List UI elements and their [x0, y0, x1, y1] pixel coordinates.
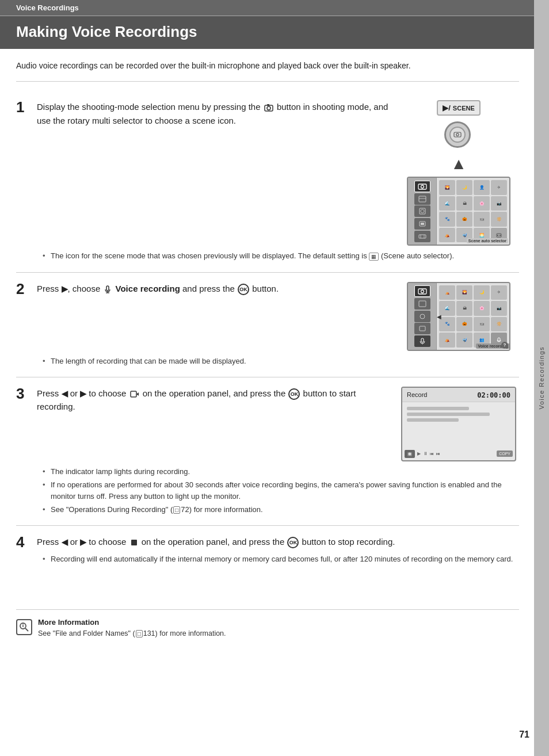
ok-button-icon: OK — [238, 284, 249, 295]
svg-rect-12 — [421, 223, 424, 225]
more-info-section: More Information See "File and Folder Na… — [16, 609, 519, 639]
svg-line-36 — [25, 628, 28, 631]
step-4-number: 4 — [16, 534, 37, 551]
step-3-bullet-1: The indicator lamp lights during recordi… — [43, 466, 519, 478]
more-info-icon — [16, 619, 32, 635]
help-badge: ? — [501, 342, 508, 349]
step-1-screen: 🌄 🌙 👤 ✈ 🌊 🏔 🌸 📷 🐾 🎃 — [407, 177, 510, 246]
record-label: Record — [407, 391, 427, 399]
svg-rect-2 — [267, 104, 269, 106]
voice-recording-label: Voice recording — [116, 284, 180, 293]
scene-label: Scene auto selector — [467, 238, 508, 243]
mode-icon-s2 — [418, 300, 426, 307]
stop-icon — [130, 539, 138, 547]
step-3-instruction: Press ◀ or ▶ to choose on the operation … — [37, 387, 389, 414]
intro-text: Audio voice recordings can be recorded o… — [16, 59, 519, 82]
record-icon — [130, 390, 139, 399]
step-1-bullet-1: The icon for the scene mode that was cho… — [43, 250, 519, 262]
svg-point-25 — [420, 314, 425, 319]
svg-point-38 — [22, 624, 24, 625]
mode-icon-2 — [418, 196, 426, 203]
record-controls: ▶ ⏸ ⏮ ⏭ COPY — [405, 450, 513, 458]
step-2-image: ◀ ⛺ 🌄 🌙 ✈ 🌊 🏔 🌸 📷 🐾 — [398, 282, 519, 351]
mode-icon-4 — [418, 220, 426, 227]
svg-rect-27 — [421, 338, 424, 342]
svg-rect-3 — [454, 132, 461, 137]
step-3-number: 3 — [16, 385, 37, 402]
svg-rect-9 — [420, 208, 425, 214]
svg-point-6 — [421, 185, 424, 188]
record-bar-1 — [407, 407, 469, 410]
magnifier-icon — [19, 622, 29, 632]
rew-icon: ⏮ — [430, 452, 434, 456]
scene-auto-icon — [496, 232, 502, 238]
step4-right-arrow-icon: ▶ — [80, 537, 86, 547]
copy-label: COPY — [497, 450, 513, 457]
svg-point-4 — [456, 133, 459, 136]
record-bars — [402, 402, 515, 426]
svg-point-33 — [409, 452, 411, 455]
svg-rect-24 — [419, 301, 426, 307]
step-1-image: ▶/SCENE — [398, 100, 519, 246]
step-1-instruction: Display the shooting-mode selection menu… — [37, 100, 389, 127]
record-bar-2 — [407, 413, 490, 416]
step-3-image: Record 02:00:00 — [398, 387, 519, 461]
record-header: Record 02:00:00 — [402, 388, 515, 402]
step-4-bullet-1: Recording will end automatically if the … — [43, 553, 519, 565]
mode-icon-s5-mic — [418, 338, 426, 345]
step-3-bullet-3: See "Operations During Recording" (□72) … — [43, 504, 519, 516]
mic-small-icon — [496, 337, 502, 343]
svg-rect-17 — [497, 235, 498, 236]
mode-icon-1 — [418, 183, 427, 190]
microphone-icon — [104, 285, 112, 293]
svg-rect-29 — [498, 338, 500, 341]
step-1-bullets: The icon for the scene mode that was cho… — [37, 250, 519, 262]
svg-rect-18 — [500, 235, 501, 236]
svg-rect-13 — [419, 235, 426, 238]
arrow-right-icon: ▶ — [62, 284, 68, 293]
step3-left-arrow-icon: ◀ — [62, 389, 68, 398]
step-4: 4 Press ◀ or ▶ to choose on the operatio… — [16, 527, 519, 575]
step3-right-arrow-icon: ▶ — [80, 389, 86, 398]
step-1-number: 1 — [16, 99, 37, 116]
step-2: 2 Press ▶, choose Voice recording and pr… — [16, 274, 519, 377]
camera-small-icon — [453, 131, 462, 139]
record-dot-icon — [407, 451, 413, 457]
mode-icon-s3 — [418, 313, 426, 320]
step3-ok-icon: OK — [288, 388, 300, 400]
mode-icon-s4 — [418, 325, 426, 332]
section-bar: Voice Recordings — [0, 0, 549, 16]
svg-rect-30 — [131, 391, 136, 397]
page-number: 71 — [519, 730, 529, 740]
step-2-number: 2 — [16, 281, 37, 297]
step-4-bullets: Recording will end automatically if the … — [37, 553, 519, 565]
camera-icon — [264, 103, 273, 112]
up-arrow-icon: ▲ — [451, 155, 467, 173]
mode-icon-3 — [418, 208, 426, 215]
record-bar-3 — [407, 418, 459, 422]
sidebar-label: Voice Recordings — [538, 346, 545, 410]
more-info-heading: More Information — [38, 618, 226, 627]
svg-rect-19 — [106, 286, 109, 291]
mode-icon-s1 — [418, 288, 427, 295]
step-2-screen: ◀ ⛺ 🌄 🌙 ✈ 🌊 🏔 🌸 📷 🐾 — [407, 282, 510, 351]
svg-point-1 — [267, 106, 270, 110]
page-title-bar: Making Voice Recordings — [0, 16, 549, 49]
svg-point-23 — [421, 290, 424, 293]
more-info-content: More Information See "File and Folder Na… — [38, 618, 226, 639]
play-icon: ▶ — [417, 451, 421, 456]
rec-btn — [405, 450, 415, 458]
step-2-instruction: Press ▶, choose Voice recording and pres… — [37, 282, 389, 296]
step-3-bullets: The indicator lamp lights during recordi… — [37, 466, 519, 516]
step-2-bullet-1: The length of recording that can be made… — [43, 356, 519, 367]
step-4-instruction: Press ◀ or ▶ to choose on the operation … — [37, 535, 519, 549]
step-3-bullet-2: If no operations are performed for about… — [43, 479, 519, 502]
pause-icon: ⏸ — [423, 451, 428, 456]
svg-rect-34 — [131, 540, 137, 545]
step4-left-arrow-icon: ◀ — [62, 537, 68, 547]
sidebar: Voice Recordings — [534, 0, 549, 756]
page-title: Making Voice Recordings — [16, 23, 197, 40]
ff-icon: ⏭ — [436, 452, 440, 456]
svg-point-10 — [421, 209, 424, 213]
svg-rect-7 — [419, 196, 426, 202]
